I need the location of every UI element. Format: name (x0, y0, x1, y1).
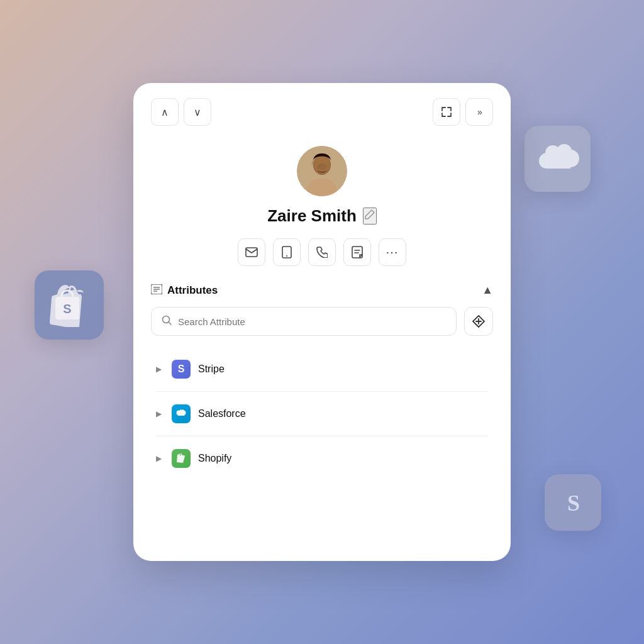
shopify-label: Shopify (198, 453, 231, 464)
main-card: ∧ ∨ » (133, 83, 511, 561)
attributes-list-icon (151, 284, 162, 297)
divider-1 (156, 391, 488, 392)
phone-button[interactable] (308, 238, 336, 266)
salesforce-icon (172, 404, 191, 423)
shopify-icon (172, 449, 191, 468)
toolbar: ∧ ∨ » (151, 98, 493, 126)
salesforce-label: Salesforce (198, 408, 246, 419)
stripe-chevron-icon: ▶ (156, 365, 162, 374)
attributes-title-group: Attributes (151, 284, 218, 297)
toolbar-left: ∧ ∨ (151, 98, 211, 126)
profile-name: Zaire Smith (267, 206, 357, 226)
edit-name-button[interactable] (363, 208, 377, 225)
collapse-icon: ▲ (482, 284, 493, 296)
shopify-right-icon: S (545, 474, 601, 531)
shopify-left-icon: S (35, 270, 104, 340)
attributes-title: Attributes (167, 284, 218, 297)
add-attribute-button[interactable] (464, 307, 493, 336)
search-input-wrapper[interactable] (151, 307, 457, 336)
attributes-section: Attributes ▲ (151, 284, 493, 477)
search-bar (151, 307, 493, 336)
stripe-integration-item[interactable]: ▶ S Stripe (151, 351, 493, 387)
note-icon (352, 246, 363, 258)
stripe-label: Stripe (198, 364, 225, 375)
svg-text:S: S (567, 491, 579, 516)
forward-icon: » (477, 107, 481, 117)
action-icons: ⋯ (238, 238, 406, 266)
divider-2 (156, 436, 488, 436)
collapse-attributes-button[interactable]: ▲ (482, 284, 493, 297)
note-button[interactable] (343, 238, 371, 266)
phone-icon (316, 247, 328, 258)
cloud-right-icon (525, 126, 591, 192)
forward-button[interactable]: » (465, 98, 493, 126)
svg-point-9 (286, 255, 287, 257)
salesforce-integration-item[interactable]: ▶ Salesforce (151, 396, 493, 432)
tablet-button[interactable] (273, 238, 301, 266)
integration-list: ▶ S Stripe ▶ Salesforce ▶ (151, 351, 493, 477)
svg-text:S: S (63, 302, 71, 316)
expand-icon (441, 106, 452, 118)
toolbar-right: » (433, 98, 493, 126)
more-icon: ⋯ (386, 245, 399, 260)
svg-line-16 (169, 322, 171, 325)
salesforce-chevron-icon: ▶ (156, 409, 162, 418)
up-button[interactable]: ∧ (151, 98, 179, 126)
shopify-chevron-icon: ▶ (156, 454, 162, 463)
profile-section: Zaire Smith (151, 146, 493, 266)
up-icon: ∧ (161, 106, 169, 118)
tablet-icon (282, 246, 292, 258)
search-icon (162, 315, 172, 328)
email-icon (245, 247, 258, 257)
email-button[interactable] (238, 238, 265, 266)
stripe-icon: S (172, 360, 191, 379)
more-button[interactable]: ⋯ (379, 238, 406, 266)
down-button[interactable]: ∨ (184, 98, 211, 126)
search-attribute-input[interactable] (178, 316, 446, 327)
svg-rect-7 (246, 248, 257, 257)
shopify-integration-item[interactable]: ▶ Shopify (151, 440, 493, 477)
svg-point-6 (317, 164, 327, 170)
avatar (297, 146, 347, 196)
attributes-header: Attributes ▲ (151, 284, 493, 297)
add-attribute-icon (472, 314, 486, 328)
expand-button[interactable] (433, 98, 460, 126)
down-icon: ∨ (194, 106, 201, 118)
name-row: Zaire Smith (267, 206, 377, 226)
